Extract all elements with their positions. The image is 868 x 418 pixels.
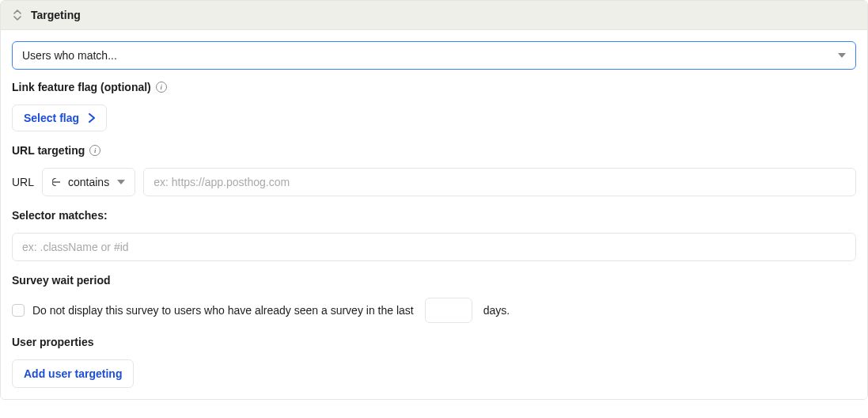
wait-period-text-after: days. [483, 304, 510, 317]
url-match-type-text: contains [68, 176, 109, 188]
user-properties-label: User properties [12, 336, 856, 348]
url-match-type-select[interactable]: contains [42, 168, 135, 196]
info-icon[interactable]: i [89, 145, 100, 156]
wait-period-row: Do not display this survey to users who … [12, 298, 856, 323]
panel-body: Users who match... Link feature flag (op… [1, 30, 867, 399]
selector-input[interactable] [12, 233, 856, 261]
select-flag-button[interactable]: Select flag [12, 104, 107, 131]
panel-header[interactable]: Targeting [1, 1, 867, 30]
wait-period-days-input[interactable] [425, 298, 472, 323]
caret-down-icon [838, 51, 846, 59]
chevron-right-icon [89, 113, 95, 123]
caret-down-icon [117, 178, 125, 186]
targeting-panel: Targeting Users who match... Link featur… [0, 0, 868, 400]
url-targeting-label: URL targeting i [12, 144, 856, 157]
wait-period-checkbox[interactable] [12, 304, 25, 317]
url-label: URL [12, 176, 34, 188]
wait-period-label: Survey wait period [12, 274, 856, 287]
select-flag-button-label: Select flag [24, 112, 79, 124]
selector-label: Selector matches: [12, 209, 856, 222]
wait-period-text-before: Do not display this survey to users who … [32, 304, 414, 317]
add-user-targeting-button-label: Add user targeting [24, 367, 122, 380]
feature-flag-label: Link feature flag (optional) i [12, 81, 856, 93]
users-match-select[interactable]: Users who match... [12, 41, 856, 70]
users-match-select-text: Users who match... [22, 49, 117, 62]
contains-icon [52, 178, 60, 186]
collapse-icon [12, 10, 23, 21]
url-input[interactable] [143, 168, 856, 196]
info-icon[interactable]: i [156, 82, 167, 93]
add-user-targeting-button[interactable]: Add user targeting [12, 359, 134, 388]
url-targeting-row: URL contains [12, 168, 856, 196]
url-targeting-label-text: URL targeting [12, 144, 85, 157]
panel-title: Targeting [31, 9, 81, 21]
feature-flag-label-text: Link feature flag (optional) [12, 81, 151, 93]
